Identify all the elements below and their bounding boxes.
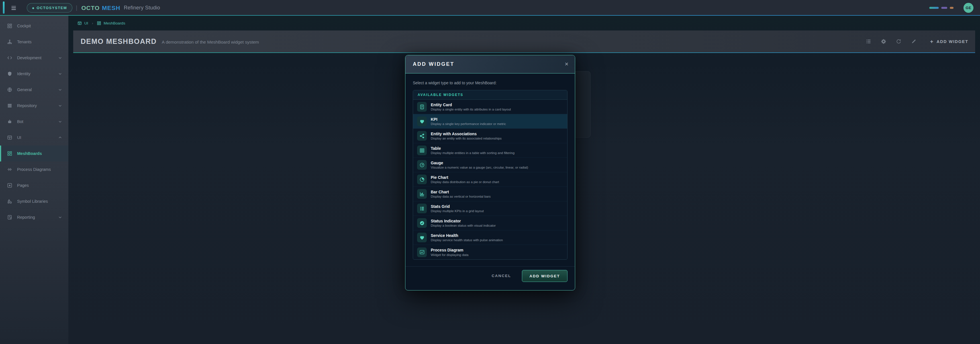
dashboard-icon: [7, 23, 12, 29]
app-subtitle: Refinery Studio: [124, 5, 161, 11]
network-icon: [7, 39, 12, 44]
refresh-icon[interactable]: [896, 39, 901, 44]
table-icon: [419, 148, 425, 153]
close-icon[interactable]: ✕: [565, 61, 569, 67]
chevron-down-icon: [58, 56, 62, 60]
status-pill-teal: [929, 7, 939, 9]
heart-icon: [419, 119, 425, 124]
trend-chart-icon: [419, 249, 425, 255]
pencil-icon[interactable]: [911, 39, 916, 44]
widget-option-service-health[interactable]: Service HealthDisplay service health sta…: [413, 230, 567, 245]
share-icon: [419, 133, 425, 139]
app-name-octo: OCTO: [81, 5, 100, 11]
code-icon: [7, 55, 12, 60]
chevron-down-icon: [58, 104, 62, 108]
report-icon: [7, 215, 12, 220]
breadcrumb: UI › MeshBoards: [78, 16, 125, 30]
chevron-down-icon: [58, 120, 62, 124]
topbar-separator: |: [76, 5, 77, 11]
sidebar-item-bot[interactable]: Bot: [0, 114, 68, 130]
add-widget-toolbar-button[interactable]: + ADD WIDGET: [930, 38, 968, 45]
octosystem-brand-pill[interactable]: ◆ OCTOSYSTEM: [27, 3, 72, 13]
shield-icon: [7, 71, 12, 76]
sidebar-item-tenants[interactable]: Tenants: [0, 34, 68, 50]
sidebar-item-process-diagrams[interactable]: Process Diagrams: [0, 162, 68, 178]
hamburger-menu-icon[interactable]: [11, 6, 16, 10]
app-name-mesh: MESH: [102, 5, 121, 11]
widget-option-pie-chart[interactable]: Pie ChartDisplay data distribution as a …: [413, 172, 567, 187]
brand-pill-label: OCTOSYSTEM: [37, 6, 67, 10]
star-square-icon: [7, 183, 12, 188]
server-icon: [7, 103, 12, 108]
edge-accent-bar: [3, 2, 5, 14]
modal-prompt: Select a widget type to add to your Mesh…: [413, 81, 568, 85]
waveform-icon: [7, 167, 12, 172]
chevron-down-icon: [58, 215, 62, 219]
breadcrumb-ui-link[interactable]: UI: [84, 21, 88, 25]
add-widget-modal: ADD WIDGET ✕ Select a widget type to add…: [405, 55, 575, 290]
sidebar-item-meshboards[interactable]: MeshBoards: [0, 146, 68, 162]
modal-body: Select a widget type to add to your Mesh…: [406, 73, 575, 262]
shapes-icon: [7, 199, 12, 204]
gauge-icon: [419, 162, 425, 168]
widget-option-bar-chart[interactable]: Bar ChartDisplay data as vertical or hor…: [413, 187, 567, 201]
pie-chart-icon: [419, 177, 425, 182]
layout-icon: [78, 21, 82, 25]
widget-option-stats-grid[interactable]: Stats GridDisplay multiple KPIs in a gri…: [413, 201, 567, 216]
breadcrumb-separator: ›: [92, 21, 93, 25]
page-title: DEMO MESHBOARD: [81, 37, 157, 46]
sidebar-item-cockpit[interactable]: Cockpit: [0, 18, 68, 34]
check-circle-icon: [419, 220, 425, 226]
widget-option-kpi[interactable]: KPIDisplay a single key performance indi…: [413, 114, 567, 129]
heart-pulse-icon: [419, 235, 425, 240]
sidebar-item-identity[interactable]: Identity: [0, 66, 68, 82]
layout-icon: [7, 135, 12, 140]
cancel-button[interactable]: CANCEL: [489, 270, 514, 282]
status-pill-orange: [950, 7, 953, 9]
plus-icon: +: [930, 38, 934, 45]
breadcrumb-meshboards-link[interactable]: MeshBoards: [104, 21, 125, 25]
gear-icon[interactable]: [881, 39, 886, 44]
grid-icon: [97, 21, 101, 25]
sidebar: Cockpit Tenants Development Identity Gen…: [0, 16, 68, 344]
widget-option-entity-with-associations[interactable]: Entity with AssociationsDisplay an entit…: [413, 129, 567, 143]
widget-list-header: AVAILABLE WIDGETS: [413, 90, 567, 100]
modal-header: ADD WIDGET ✕: [406, 55, 575, 73]
chevron-up-icon: [58, 136, 62, 140]
widget-option-gauge[interactable]: GaugeVisualize a numeric value as a gaug…: [413, 158, 567, 172]
globe-icon: [7, 87, 12, 92]
sidebar-item-ui[interactable]: UI: [0, 130, 68, 146]
grid-icon: [7, 151, 12, 156]
bar-chart-icon: [419, 191, 425, 197]
robot-icon: [7, 119, 12, 124]
sidebar-item-pages[interactable]: Pages: [0, 178, 68, 193]
app-name: OCTOMESH: [81, 5, 121, 11]
widget-option-table[interactable]: TableDisplay multiple entities in a tabl…: [413, 143, 567, 158]
sidebar-item-reporting[interactable]: Reporting: [0, 209, 68, 225]
sidebar-item-symbol-libraries[interactable]: Symbol Libraries: [0, 193, 68, 209]
modal-title: ADD WIDGET: [413, 61, 454, 67]
file-text-icon: [419, 104, 425, 109]
status-pill-purple: [941, 7, 947, 9]
add-widget-confirm-button[interactable]: ADD WIDGET: [522, 270, 568, 282]
chevron-down-icon: [58, 88, 62, 92]
sidebar-item-development[interactable]: Development: [0, 50, 68, 66]
sidebar-item-repository[interactable]: Repository: [0, 98, 68, 114]
widget-option-process-diagram[interactable]: Process DiagramWidget for displaying dat…: [413, 245, 567, 259]
widget-option-entity-card[interactable]: Entity CardDisplay a single entity with …: [413, 100, 567, 114]
list-view-icon[interactable]: [866, 39, 871, 44]
user-avatar[interactable]: GE: [964, 3, 974, 13]
chevron-down-icon: [58, 72, 62, 76]
page-subtitle: A demonstration of the MeshBoard widget …: [162, 40, 259, 45]
top-bar: ◆ OCTOSYSTEM | OCTOMESH Refinery Studio …: [0, 0, 980, 16]
widget-list: AVAILABLE WIDGETS Entity CardDisplay a s…: [413, 90, 568, 260]
sidebar-item-general[interactable]: General: [0, 82, 68, 98]
page-header: DEMO MESHBOARD A demonstration of the Me…: [73, 30, 975, 52]
modal-footer: CANCEL ADD WIDGET: [406, 266, 575, 290]
diamond-icon: ◆: [32, 6, 35, 10]
widget-option-status-indicator[interactable]: Status IndicatorDisplay a boolean status…: [413, 216, 567, 230]
stats-grid-icon: [419, 206, 425, 211]
